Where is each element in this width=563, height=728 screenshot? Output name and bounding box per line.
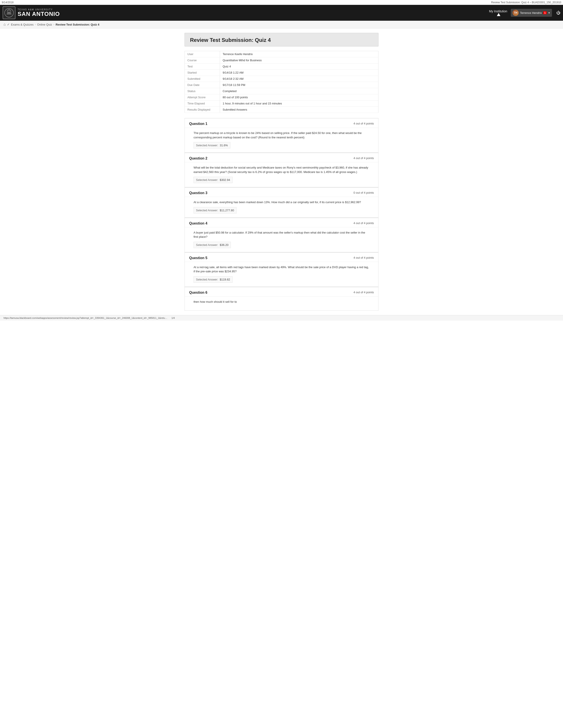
date-display: 9/14/2018: [2, 1, 13, 4]
submission-info-table: UserTerrence Keefe HendrixCourseQuantita…: [184, 51, 379, 113]
svg-rect-5: [8, 13, 10, 14]
svg-rect-1: [7, 10, 11, 14]
question-block: Question 6 4 out of 4 points then how mu…: [184, 287, 379, 311]
question-header: Question 1 4 out of 4 points: [185, 118, 378, 128]
info-row: Results DisplayedSubmitted Answers: [185, 107, 379, 113]
question-text: What will be the total deduction for soc…: [193, 165, 370, 174]
chevron-down-icon[interactable]: ▼: [548, 12, 550, 14]
info-value: 80 out of 100 points: [220, 94, 379, 100]
info-row: Submitted9/14/18 2:32 AM: [185, 76, 379, 82]
footer-url-bar: https://tamusa.blackboard.com/webapps/as…: [0, 315, 563, 321]
question-title: Question 6: [189, 291, 207, 295]
info-row: Started9/14/18 1:22 AM: [185, 70, 379, 76]
questions-container: Question 1 4 out of 4 points The percent…: [184, 118, 379, 311]
info-row: UserTerrence Keefe Hendrix: [185, 51, 379, 57]
page-title: Review Test Submission: Quiz 4: [190, 37, 373, 43]
selected-answer-label: Selected Answer:: [196, 243, 220, 247]
question-body: then how much should it sell for to: [185, 297, 378, 311]
info-value: Quiz 4: [220, 63, 379, 70]
my-institution-link[interactable]: My Institution: [489, 9, 507, 13]
info-value: 9/14/18 1:22 AM: [220, 70, 379, 76]
info-label: Results Displayed: [185, 107, 220, 113]
top-bar: TEXAS A&M UNIVERSITY SAN ANTONIO My Inst…: [0, 5, 563, 21]
top-right-nav: My Institution TH Terrence Hendrix 1 ▼ ⏻: [489, 9, 560, 17]
selected-answer: Selected Answer: $302.94: [193, 177, 232, 183]
info-label: User: [185, 51, 220, 57]
question-header: Question 2 4 out of 4 points: [185, 153, 378, 162]
question-text: At a red-tag sale, all items with red ta…: [193, 265, 370, 274]
question-header: Question 6 4 out of 4 points: [185, 287, 378, 297]
question-body: What will be the total deduction for soc…: [185, 162, 378, 187]
question-header: Question 3 0 out of 4 points: [185, 188, 378, 197]
selected-answer: Selected Answer: 31.6%: [193, 142, 230, 149]
home-icon[interactable]: ⌂: [4, 22, 6, 26]
question-body: A buyer just paid $50.98 for a calculato…: [185, 227, 378, 252]
svg-point-7: [9, 9, 9, 10]
breadcrumb-sep1: ›: [35, 23, 36, 26]
selected-answer-label: Selected Answer:: [196, 144, 220, 147]
question-header: Question 4 4 out of 4 points: [185, 218, 378, 227]
info-value: 9/14/18 2:32 AM: [220, 76, 379, 82]
question-title: Question 5: [189, 256, 207, 260]
info-label: Attempt Score: [185, 94, 220, 100]
main-content: Review Test Submission: Quiz 4 UserTerre…: [180, 28, 383, 315]
question-block: Question 3 0 out of 4 points At a cleara…: [184, 187, 379, 218]
info-value: Submitted Answers: [220, 107, 379, 113]
question-title: Question 3: [189, 191, 207, 195]
question-points: 4 out of 4 points: [353, 122, 374, 125]
question-text: The percent markup on a tricycle is know…: [193, 131, 370, 139]
breadcrumb-online-quiz[interactable]: Online Quiz: [37, 23, 52, 26]
question-text: then how much should it sell for to: [193, 300, 370, 304]
info-row: Time Elapsed1 hour, 9 minutes out of 1 h…: [185, 100, 379, 107]
question-title: Question 2: [189, 156, 207, 160]
info-label: Course: [185, 57, 220, 63]
question-text: At a clearance sale, everything has been…: [193, 200, 370, 204]
selected-answer: Selected Answer: $36.20: [193, 242, 231, 248]
footer-url: https://tamusa.blackboard.com/webapps/as…: [4, 317, 167, 319]
question-body: At a red-tag sale, all items with red ta…: [185, 262, 378, 287]
power-icon[interactable]: ⏻: [556, 11, 560, 15]
breadcrumb-exams[interactable]: Exams & Quizzes: [11, 23, 34, 26]
question-points: 0 out of 4 points: [353, 191, 374, 194]
selected-answer-label: Selected Answer:: [196, 209, 220, 212]
info-value: 1 hour, 9 minutes out of 1 hour and 15 m…: [220, 100, 379, 107]
question-block: Question 2 4 out of 4 points What will b…: [184, 153, 379, 187]
question-points: 4 out of 4 points: [353, 156, 374, 160]
page-number: 1/4: [171, 317, 175, 319]
question-block: Question 1 4 out of 4 points The percent…: [184, 118, 379, 153]
browser-header: 9/14/2018 Review Test Submission: Quiz 4…: [0, 0, 563, 5]
dropdown-triangle-icon[interactable]: [497, 13, 500, 16]
logo-area: TEXAS A&M UNIVERSITY SAN ANTONIO: [3, 6, 60, 19]
question-points: 4 out of 4 points: [353, 291, 374, 294]
info-label: Test: [185, 63, 220, 70]
breadcrumb-sep2: ›: [53, 23, 54, 26]
selected-answer: Selected Answer: $11,277.80: [193, 207, 236, 214]
question-block: Question 4 4 out of 4 points A buyer jus…: [184, 218, 379, 252]
notification-count[interactable]: 1: [543, 11, 547, 14]
avatar: TH: [513, 10, 519, 16]
user-name: Terrence Hendrix: [520, 11, 542, 15]
info-row: TestQuiz 4: [185, 63, 379, 70]
selected-answer: Selected Answer: $119.82: [193, 276, 232, 283]
breadcrumb-current: Review Test Submission: Quiz 4: [56, 23, 99, 26]
check-circle-icon[interactable]: ✓: [7, 23, 10, 26]
info-row: Attempt Score80 out of 100 points: [185, 94, 379, 100]
info-label: Submitted: [185, 76, 220, 82]
selected-answer-label: Selected Answer:: [196, 178, 220, 182]
question-title: Question 4: [189, 221, 207, 225]
question-header: Question 5 4 out of 4 points: [185, 253, 378, 262]
info-row: Due Date9/17/18 11:59 PM: [185, 82, 379, 88]
info-label: Started: [185, 70, 220, 76]
user-badge[interactable]: TH Terrence Hendrix 1 ▼: [511, 9, 552, 17]
question-points: 4 out of 4 points: [353, 221, 374, 225]
info-value: Quantitative Mthd for Business: [220, 57, 379, 63]
tab-title: Review Test Submission: Quiz 4 – BUAD330…: [491, 1, 561, 4]
question-block: Question 5 4 out of 4 points At a red-ta…: [184, 252, 379, 287]
university-logo-icon[interactable]: [3, 6, 15, 19]
info-row: StatusCompleted: [185, 88, 379, 94]
question-body: The percent markup on a tricycle is know…: [185, 128, 378, 152]
question-title: Question 1: [189, 122, 207, 126]
info-label: Time Elapsed: [185, 100, 220, 107]
question-body: At a clearance sale, everything has been…: [185, 197, 378, 217]
info-label: Due Date: [185, 82, 220, 88]
